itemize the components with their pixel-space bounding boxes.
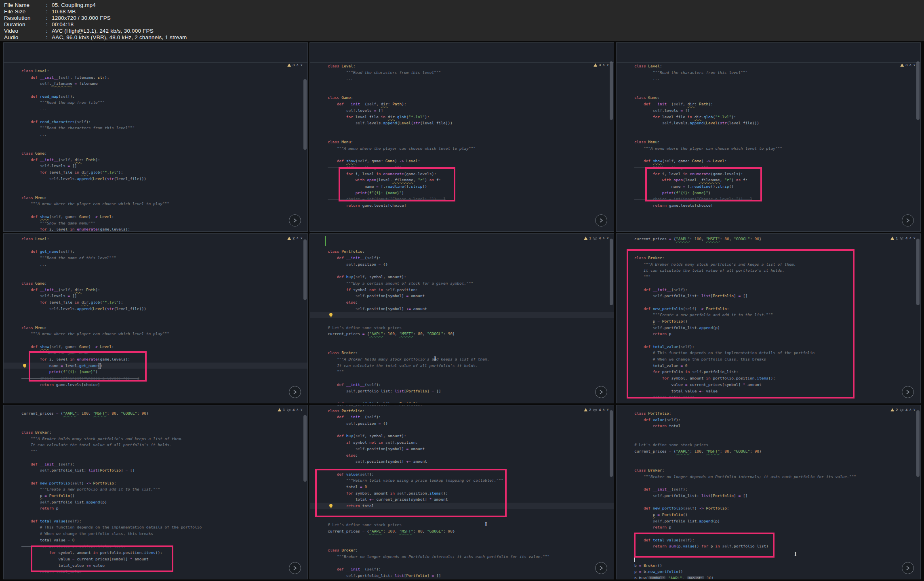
code-line: return p	[617, 524, 920, 531]
code-line	[617, 337, 920, 344]
code-line: """Show the game menu"""	[4, 350, 307, 356]
code-line: self.portfolio_list: list[Portfolio] = […	[617, 493, 920, 499]
code-line	[310, 88, 614, 95]
capture-button[interactable]	[902, 386, 914, 398]
arrow-icon	[596, 387, 606, 397]
code-line: self.levels = []	[4, 163, 307, 169]
problems-badge[interactable]: 24∧∨	[584, 408, 609, 412]
code-line	[310, 82, 614, 88]
next-problem-button[interactable]: ∨	[606, 408, 609, 411]
capture-button[interactable]	[595, 562, 607, 574]
code-panel-thumb-4[interactable]: class Level: def get_name(self): """Read…	[3, 233, 308, 403]
prev-problem-button[interactable]: ∧	[602, 408, 605, 411]
code-line	[4, 312, 307, 318]
code-line: def value(self):	[310, 471, 614, 478]
prev-problem-button[interactable]: ∧	[909, 237, 911, 240]
code-line: else:	[310, 299, 614, 306]
code-line: # Let's define some stock prices	[310, 325, 614, 331]
problems-badge[interactable]: 2∧∨	[287, 236, 303, 240]
code-line: name = f.readline().strip()	[617, 183, 920, 190]
change-indicator	[325, 236, 326, 246]
capture-button[interactable]	[289, 214, 301, 227]
next-problem-button[interactable]: ∨	[300, 408, 303, 411]
code-panel-thumb-5[interactable]: class Portfolio: def __init__(self): sel…	[309, 233, 614, 403]
lightbulb-icon[interactable]	[23, 364, 26, 367]
code-line: for i, level in enumerate(game.levels):	[4, 226, 307, 232]
scrollbar[interactable]	[610, 61, 613, 120]
next-problem-button[interactable]: ∨	[913, 237, 916, 240]
next-problem-button[interactable]: ∨	[300, 63, 303, 67]
prev-problem-button[interactable]: ∧	[602, 237, 605, 240]
code-line: """Return total value using a price look…	[310, 477, 614, 484]
code-block: current_prices = {"AAPL": 100, "MSFT": 8…	[4, 410, 307, 575]
code-panel-thumb-6[interactable]: current_prices = {"AAPL": 100, "MSFT": 8…	[616, 233, 921, 403]
code-line: self.portfolio_list.append(p)	[4, 499, 307, 505]
code-panel-thumb-9[interactable]: class Portfolio: def value(self): return…	[616, 405, 921, 579]
text-cursor	[98, 363, 101, 369]
capture-button[interactable]	[902, 562, 914, 574]
prev-problem-button[interactable]: ∧	[909, 63, 911, 67]
code-panel-thumb-8[interactable]: def new_portfolio(self) -> Portfolio:cla…	[309, 405, 614, 579]
code-line: print(f"{i}: {name}")	[4, 369, 307, 375]
code-block: current_prices = {"AAPL": 100, "MSFT": 8…	[617, 236, 920, 401]
prev-problem-button[interactable]: ∧	[296, 237, 299, 240]
code-line: def show(self, game: Game) -> Level:	[4, 344, 307, 350]
next-problem-button[interactable]: ∨	[913, 408, 916, 411]
prev-problem-button[interactable]: ∧	[602, 63, 605, 67]
capture-button[interactable]	[289, 562, 301, 574]
code-panel-thumb-2[interactable]: class Level: """Read the characters from…	[309, 42, 614, 232]
prev-problem-button[interactable]: ∧	[296, 408, 299, 411]
next-problem-button[interactable]: ∨	[913, 63, 916, 67]
next-problem-button[interactable]: ∨	[606, 63, 609, 67]
scrollbar[interactable]	[916, 410, 920, 477]
info-colon: :	[46, 34, 52, 41]
scrollbar[interactable]	[916, 239, 920, 305]
problems-badge[interactable]: 14∧∨	[890, 236, 916, 240]
capture-button[interactable]	[595, 386, 607, 398]
editor-top-divider	[617, 62, 920, 63]
capture-button[interactable]	[902, 214, 914, 227]
scrollbar[interactable]	[610, 239, 613, 305]
code-line	[4, 417, 307, 423]
scrollbar[interactable]	[610, 410, 613, 477]
warning-count: 1	[589, 236, 591, 240]
problems-badge[interactable]: 3∧∨	[287, 63, 303, 67]
scrollbar[interactable]	[916, 61, 920, 120]
code-panel-thumb-3[interactable]: class Level: """Read the characters from…	[616, 42, 921, 232]
code-line: print(f"{i}: {name}")	[617, 190, 920, 196]
next-problem-button[interactable]: ∨	[300, 237, 303, 240]
warning-icon	[584, 237, 587, 240]
problems-badge[interactable]: 3∧∨	[900, 63, 916, 67]
code-line: """Read the characters from this level""…	[4, 125, 307, 131]
info-colon: :	[46, 2, 52, 8]
code-line: class Game:	[4, 150, 307, 157]
problems-badge[interactable]: 14∧∨	[584, 236, 609, 240]
prev-problem-button[interactable]: ∧	[909, 408, 911, 411]
scrollbar[interactable]	[303, 239, 307, 300]
scrollbar[interactable]	[303, 79, 307, 150]
code-panel-thumb-7[interactable]: current_prices = {"AAPL": 100, "MSFT": 8…	[3, 405, 308, 579]
problems-badge[interactable]: 3∧∨	[594, 63, 609, 67]
code-line: self.position[symbol] += amount	[310, 306, 614, 312]
code-line: """Broker no longer depends on Portfolio…	[310, 554, 614, 560]
code-line: def read_characters(self):	[4, 119, 307, 125]
code-line: class Portfolio:	[310, 248, 614, 255]
code-line: class Menu:	[617, 139, 920, 145]
code-line: self.position = {}	[310, 420, 614, 427]
problems-badge[interactable]: 24∧∨	[890, 408, 916, 412]
suggestion-icon	[899, 237, 904, 240]
prev-problem-button[interactable]: ∧	[296, 63, 299, 67]
info-colon: :	[46, 15, 52, 21]
code-line	[617, 455, 920, 461]
code-line: # This function depends on the implement…	[617, 350, 920, 356]
code-panel-thumb-1[interactable]: class Level: def __init__(self, filename…	[3, 42, 308, 232]
scrollbar[interactable]	[303, 415, 307, 482]
next-problem-button[interactable]: ∨	[606, 237, 609, 240]
capture-button[interactable]	[595, 214, 607, 227]
suggestion-count: 4	[293, 408, 295, 412]
code-line: class Game:	[4, 280, 307, 287]
code-line: self.portfolio_list: list[Portfolio] = […	[617, 293, 920, 299]
code-line: for symbol, amount in portfolio.position…	[4, 550, 307, 556]
problems-badge[interactable]: 14∧∨	[278, 408, 303, 412]
capture-button[interactable]	[289, 386, 301, 398]
